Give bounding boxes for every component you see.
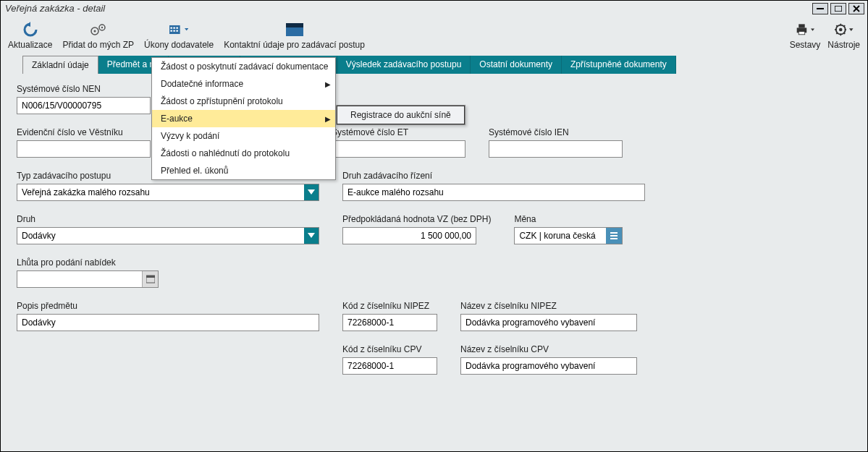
popis-input[interactable] bbox=[17, 314, 319, 331]
sys-nen-label: Systémové číslo NEN bbox=[17, 84, 151, 94]
svg-rect-8 bbox=[173, 27, 175, 29]
field-lhuta: Lhůta pro podání nabídek bbox=[17, 257, 159, 288]
hodnota-input[interactable] bbox=[342, 227, 476, 244]
svg-rect-7 bbox=[170, 27, 172, 29]
toolbar-ukony-label: Úkony dodavatele bbox=[144, 40, 214, 50]
druh-input[interactable] bbox=[17, 227, 319, 244]
mena-lookup-button[interactable] bbox=[606, 228, 622, 244]
menu-eaukce-label: E-aukce bbox=[161, 114, 193, 124]
card-icon bbox=[285, 21, 304, 38]
typ-postupu-input[interactable] bbox=[17, 184, 319, 201]
toolbar-kontaktni[interactable]: Kontaktní údaje pro zadávací postup bbox=[224, 20, 365, 50]
window-controls bbox=[812, 3, 867, 14]
menu-prehled[interactable]: Přehled el. úkonů bbox=[152, 162, 335, 179]
druh-rizeni-input[interactable] bbox=[342, 184, 645, 201]
menu-nahlidnuti[interactable]: Žádosti o nahlédnutí do protokolu bbox=[152, 145, 335, 162]
toolbar-aktualizace-label: Aktualizace bbox=[8, 40, 52, 50]
field-popis: Popis předmětu bbox=[17, 301, 319, 331]
sys-nen-input[interactable] bbox=[17, 97, 151, 114]
field-cpv-kod: Kód z číselníku CPV bbox=[342, 344, 437, 375]
druh-label: Druh bbox=[17, 214, 319, 224]
typ-postupu-dropdown-button[interactable] bbox=[304, 184, 319, 200]
grid-icon bbox=[169, 21, 188, 38]
tab-ostatni[interactable]: Ostatní dokumenty bbox=[471, 56, 562, 74]
lhuta-date-button[interactable] bbox=[142, 271, 158, 287]
tab-vysledek[interactable]: Výsledek zadávacího postupu bbox=[337, 56, 471, 74]
nipez-nazev-input[interactable] bbox=[460, 314, 637, 331]
menu-zadost-dokumentace[interactable]: Žádost o poskytnutí zadávací dokumentace bbox=[152, 58, 335, 75]
svg-rect-12 bbox=[176, 30, 178, 32]
titlebar: Veřejná zakázka - detail bbox=[1, 1, 867, 17]
close-button[interactable] bbox=[848, 3, 864, 14]
cpv-kod-input[interactable] bbox=[342, 357, 437, 375]
menu-zpristupneni-protokolu[interactable]: Žádost o zpřístupnění protokolu bbox=[152, 93, 335, 110]
svg-line-24 bbox=[836, 25, 838, 27]
mena-label: Měna bbox=[514, 214, 623, 224]
maximize-button[interactable] bbox=[830, 3, 846, 14]
toolbar-kontaktni-label: Kontaktní údaje pro zadávací postup bbox=[224, 40, 365, 50]
ukony-menu: Žádost o poskytnutí zadávací dokumentace… bbox=[151, 57, 336, 180]
toolbar-nastroje-label: Nástroje bbox=[827, 40, 860, 50]
svg-line-26 bbox=[843, 25, 845, 27]
gears-icon bbox=[89, 21, 108, 38]
tab-zpristupnene[interactable]: Zpřístupněné dokumenty bbox=[562, 56, 676, 74]
field-nipez-kod: Kód z číselníku NIPEZ bbox=[342, 301, 437, 331]
toolbar: Aktualizace Přidat do mých ZP Úkony doda… bbox=[1, 17, 867, 53]
svg-rect-29 bbox=[610, 235, 618, 236]
lhuta-input[interactable] bbox=[17, 270, 159, 288]
svg-rect-9 bbox=[176, 27, 178, 29]
cpv-kod-label: Kód z číselníku CPV bbox=[342, 344, 437, 354]
evidencni-input[interactable] bbox=[17, 140, 151, 158]
nipez-kod-input[interactable] bbox=[342, 314, 437, 331]
svg-rect-30 bbox=[610, 238, 618, 239]
svg-point-5 bbox=[101, 27, 103, 28]
popis-label: Popis předmětu bbox=[17, 301, 319, 311]
sys-et-input[interactable] bbox=[332, 140, 465, 158]
menu-dodatecne-informace-label: Dodatečné informace bbox=[161, 79, 243, 89]
toolbar-pridat-label: Přidat do mých ZP bbox=[62, 40, 134, 50]
window-title: Veřejná zakázka - detail bbox=[1, 3, 105, 14]
svg-rect-14 bbox=[286, 23, 303, 27]
toolbar-sestavy[interactable]: Sestavy bbox=[790, 21, 821, 50]
toolbar-nastroje[interactable]: Nástroje bbox=[827, 21, 860, 50]
cpv-nazev-input[interactable] bbox=[460, 357, 637, 375]
svg-point-19 bbox=[839, 28, 843, 32]
minimize-button[interactable] bbox=[812, 3, 828, 14]
menu-dodatecne-informace[interactable]: Dodatečné informace ▶ bbox=[152, 75, 335, 93]
toolbar-aktualizace[interactable]: Aktualizace bbox=[8, 20, 52, 50]
toolbar-ukony[interactable]: Úkony dodavatele bbox=[144, 20, 214, 50]
field-mena: Měna bbox=[514, 214, 623, 244]
tabs: Základní údaje Předmět a mí mace Evidenc… bbox=[1, 53, 867, 74]
field-sys-nen: Systémové číslo NEN bbox=[17, 84, 151, 114]
sys-ien-input[interactable] bbox=[489, 140, 623, 158]
field-druh: Druh bbox=[17, 214, 319, 244]
evidencni-label: Evidenční číslo ve Věstníku bbox=[17, 127, 151, 137]
toolbar-right: Sestavy Nástroje bbox=[790, 21, 860, 50]
svg-rect-0 bbox=[817, 8, 824, 9]
lhuta-label: Lhůta pro podání nabídek bbox=[17, 257, 159, 268]
nipez-kod-label: Kód z číselníku NIPEZ bbox=[342, 301, 437, 311]
svg-rect-28 bbox=[610, 232, 618, 234]
svg-rect-16 bbox=[799, 24, 804, 27]
druh-dropdown-button[interactable] bbox=[304, 228, 319, 244]
field-sys-ien: Systémové číslo IEN bbox=[489, 127, 623, 158]
svg-point-3 bbox=[93, 30, 96, 33]
svg-rect-32 bbox=[146, 276, 155, 278]
submenu-registrace[interactable]: Registrace do aukční síně bbox=[337, 106, 465, 124]
field-nipez-nazev: Název z číselníku NIPEZ bbox=[460, 301, 637, 331]
gear-icon bbox=[835, 21, 854, 38]
druh-rizeni-label: Druh zadávacího řízení bbox=[342, 171, 645, 181]
field-druh-rizeni: Druh zadávacího řízení bbox=[342, 171, 645, 201]
tab-zakladni[interactable]: Základní údaje bbox=[22, 56, 98, 74]
menu-vyzvy[interactable]: Výzvy k podání bbox=[152, 127, 335, 145]
svg-rect-6 bbox=[169, 25, 180, 34]
menu-eaukce[interactable]: E-aukce ▶ bbox=[152, 110, 335, 127]
toolbar-sestavy-label: Sestavy bbox=[790, 40, 821, 50]
sys-et-label: Systémové číslo ET bbox=[332, 127, 465, 137]
hodnota-label: Předpokládaná hodnota VZ (bez DPH) bbox=[342, 214, 491, 224]
svg-rect-11 bbox=[173, 30, 175, 32]
printer-icon bbox=[796, 21, 814, 38]
field-hodnota: Předpokládaná hodnota VZ (bez DPH) bbox=[342, 214, 491, 244]
svg-rect-10 bbox=[170, 30, 172, 32]
toolbar-pridat[interactable]: Přidat do mých ZP bbox=[62, 20, 134, 50]
